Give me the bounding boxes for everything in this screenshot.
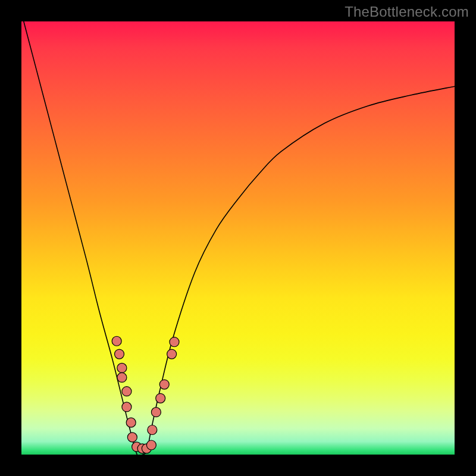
watermark-text: TheBottleneck.com (345, 4, 469, 20)
data-point-marker (170, 337, 179, 347)
data-point-marker (115, 349, 124, 359)
outer-frame: TheBottleneck.com (0, 0, 476, 476)
data-point-marker (122, 402, 131, 412)
data-point-marker (122, 387, 131, 396)
data-point-marker (167, 349, 177, 359)
data-point-marker (151, 408, 161, 417)
data-point-marker (117, 363, 127, 372)
data-point-marker (159, 380, 169, 389)
data-point-marker (156, 393, 165, 403)
bottleneck-curve (21, 21, 455, 455)
data-point-marker (148, 425, 157, 434)
marker-group (112, 336, 179, 453)
chart-svg (21, 21, 455, 455)
data-point-marker (112, 336, 121, 346)
data-point-marker (126, 418, 136, 427)
data-point-marker (117, 372, 127, 382)
data-point-marker (127, 433, 137, 442)
plot-area (21, 21, 455, 455)
data-point-marker (146, 440, 156, 450)
